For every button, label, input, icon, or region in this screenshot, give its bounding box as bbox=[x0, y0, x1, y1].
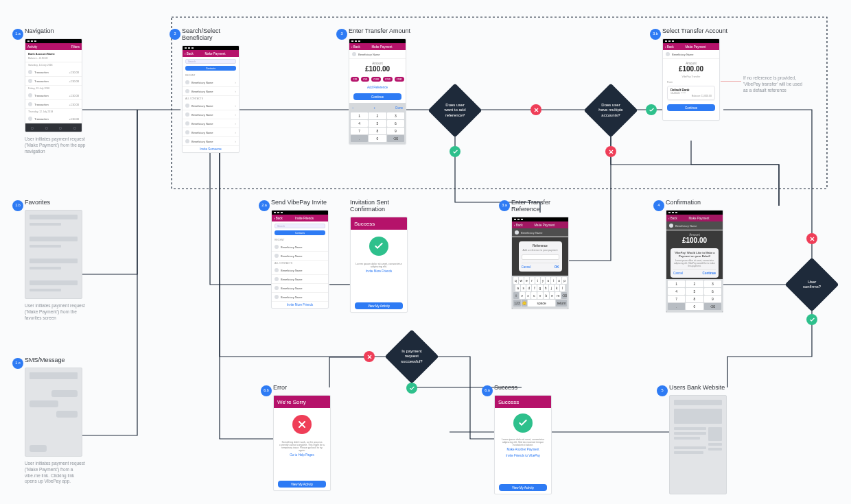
screen-sms: 1.c SMS/Message User initiates payment r… bbox=[25, 357, 86, 485]
badge: 3.a bbox=[499, 200, 510, 211]
no-icon bbox=[364, 351, 375, 362]
decision-multiple-accounts: Does user have multiple accounts? bbox=[592, 91, 630, 130]
screen-favorites: 1.b Favorites User initiates payment req… bbox=[25, 199, 86, 321]
yes-icon bbox=[806, 314, 817, 325]
no-icon bbox=[605, 146, 616, 157]
screen-title: Navigation bbox=[25, 27, 54, 34]
screen-caption: User initiates payment request ('Make Pa… bbox=[25, 136, 86, 154]
numpad[interactable]: 123 456 789 .0⌫ bbox=[666, 279, 723, 312]
no-icon bbox=[806, 233, 817, 244]
phone-select-account[interactable]: ‹ BackMake Payment Beneficiary Name Amou… bbox=[662, 38, 720, 121]
phone-success[interactable]: Success Lorem ipsum dolor sit amet, cons… bbox=[494, 395, 552, 494]
yes-icon bbox=[406, 383, 417, 394]
yes-icon bbox=[646, 104, 657, 115]
no-icon bbox=[531, 104, 541, 115]
phone-invite-conf[interactable]: Success Lorem ipsum dolor sit amet, cons… bbox=[350, 217, 408, 313]
badge: 1.a bbox=[12, 29, 23, 40]
phone-confirmation[interactable]: ‹ BackMake Payment Beneficiary Name Amou… bbox=[666, 210, 723, 313]
screen-success: 6.a Success Success Lorem ipsum dolor si… bbox=[494, 384, 552, 494]
ok-button[interactable]: OK bbox=[555, 265, 559, 269]
badge: 5 bbox=[657, 385, 668, 396]
close-icon bbox=[292, 415, 312, 434]
numpad[interactable]: –+Done 123 456 789 .0⌫ bbox=[349, 103, 406, 144]
decision-add-reference: Does user want to add reference? bbox=[436, 91, 474, 130]
screen-title: Enter Transfer Amount bbox=[349, 27, 410, 34]
phone-navigation[interactable]: ActivityFilters Bank Account Name Balanc… bbox=[25, 38, 82, 132]
phone-error[interactable]: We're Sorry Something didn't work, so th… bbox=[273, 395, 331, 491]
phone-search[interactable]: ‹ BackMake Payment Search Contacts RECEN… bbox=[182, 45, 240, 153]
check-icon bbox=[513, 413, 533, 433]
screen-confirmation: 4 Confirmation ‹ BackMake Payment Benefi… bbox=[666, 199, 723, 313]
decision-payment-success: Is payment request successful? bbox=[393, 337, 431, 376]
lofi-favorites[interactable] bbox=[25, 210, 82, 299]
phone-amount[interactable]: ‹ BackMake Payment Beneficiary Name Amou… bbox=[349, 38, 406, 145]
screen-title: Users Bank Website bbox=[669, 384, 725, 391]
screen-error: 6.b Error We're Sorry Something didn't w… bbox=[273, 384, 331, 491]
screen-invite-confirmation: Invitation Sent Confirmation Success Lor… bbox=[350, 199, 408, 313]
badge: 6.b bbox=[261, 385, 272, 396]
decision-user-confirms: User confirms? bbox=[793, 265, 831, 304]
phone-reference[interactable]: ‹ BackMake Payment Beneficiary Name Refe… bbox=[511, 217, 569, 309]
continue-button[interactable]: Continue bbox=[703, 272, 716, 275]
continue-button[interactable]: Continue bbox=[667, 104, 715, 111]
screen-title: Invitation Sent Confirmation bbox=[350, 199, 389, 213]
screen-title: Favorites bbox=[25, 199, 50, 206]
phone-invite[interactable]: ‹ BackInvite Friends Search Contacts REC… bbox=[271, 210, 329, 309]
screen-title: Search/Select Beneficiary bbox=[182, 27, 220, 41]
badge: 3.b bbox=[650, 29, 661, 40]
yes-icon bbox=[450, 146, 461, 157]
badge: 2 bbox=[170, 29, 180, 40]
qwerty-keyboard[interactable]: qwertyuiop asdfghjkl ⇧zxcvbnm⌫ 123🙂space… bbox=[512, 276, 568, 309]
badge: 2.a bbox=[259, 200, 270, 211]
view-activity-button[interactable]: View My Activity bbox=[278, 481, 326, 488]
view-activity-button[interactable]: View My Activity bbox=[499, 484, 547, 491]
screen-title: Error bbox=[273, 384, 287, 391]
badge: 6.a bbox=[482, 385, 493, 396]
screen-select-account: 3.b Select Transfer Account ‹ BackMake P… bbox=[662, 27, 727, 121]
cancel-button[interactable]: Cancel bbox=[673, 272, 683, 275]
screen-title: Enter Transfer Reference bbox=[511, 199, 550, 213]
screen-title: Confirmation bbox=[666, 199, 701, 206]
screen-enter-amount: 3 Enter Transfer Amount ‹ BackMake Payme… bbox=[349, 27, 410, 145]
screen-title: Send VibePay Invite bbox=[271, 199, 327, 206]
screen-title: Success bbox=[494, 384, 517, 391]
screen-title: Select Transfer Account bbox=[662, 27, 727, 34]
screen-title: SMS/Message bbox=[25, 357, 65, 363]
screen-send-invite: 2.a Send VibePay Invite ‹ BackInvite Fri… bbox=[271, 199, 329, 309]
check-icon bbox=[369, 237, 388, 256]
screen-caption: User initiates payment request ('Make Pa… bbox=[25, 461, 86, 485]
screen-bank-website: 5 Users Bank Website bbox=[669, 384, 727, 494]
lofi-sms[interactable] bbox=[25, 368, 82, 457]
badge: 3 bbox=[336, 29, 347, 40]
cancel-button[interactable]: Cancel bbox=[522, 265, 531, 269]
annotation-reference: If no reference is provided, 'VibePay tr… bbox=[743, 75, 805, 93]
badge: 4 bbox=[653, 200, 664, 211]
badge: 1.c bbox=[12, 358, 23, 369]
screen-enter-reference: 3.a Enter Transfer Reference ‹ BackMake … bbox=[511, 199, 569, 309]
view-activity-button[interactable]: View My Activity bbox=[355, 302, 403, 309]
continue-button[interactable]: Continue bbox=[353, 93, 401, 100]
lofi-bank[interactable] bbox=[669, 395, 727, 494]
screen-search-beneficiary: 2 Search/Select Beneficiary ‹ BackMake P… bbox=[182, 27, 240, 153]
badge: 1.b bbox=[12, 200, 23, 211]
screen-navigation: 1.a Navigation ActivityFilters Bank Acco… bbox=[25, 27, 86, 154]
screen-caption: User initiates payment request ('Make Pa… bbox=[25, 303, 86, 321]
